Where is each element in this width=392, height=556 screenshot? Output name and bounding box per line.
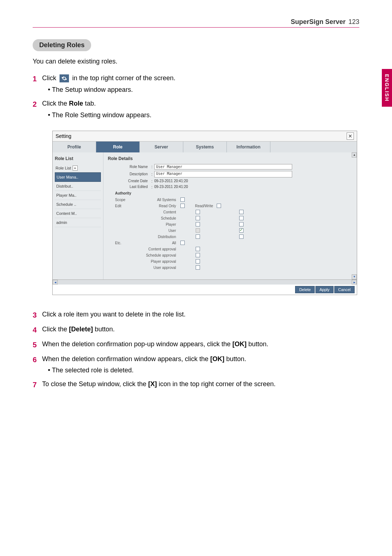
read-write-label: Read/Write [188, 204, 217, 208]
role-list-item[interactable]: Schedule .. [55, 200, 101, 209]
approval-checkbox[interactable] [196, 247, 200, 251]
section-title: Deleting Roles [33, 39, 91, 51]
instruction-sub-item: The selected role is deleted. [48, 365, 359, 376]
read-write-checkbox[interactable] [239, 216, 244, 220]
page-number: 123 [348, 18, 359, 26]
instruction-step: 4Click the [Delete] button. [33, 324, 359, 336]
tab-information[interactable]: Information [227, 142, 270, 152]
language-tab: ENGLISH [382, 69, 392, 107]
setting-tabs: ProfileRoleServerSystemsInformation [53, 142, 357, 152]
etc-row-label: Player approval [137, 259, 180, 263]
read-only-header-checkbox[interactable] [180, 204, 185, 208]
setting-window-title: Setting [56, 133, 72, 139]
step-number: 7 [33, 379, 42, 391]
role-list-pane: Role List Role List + User Mana..Distrib… [53, 152, 103, 279]
tab-profile[interactable]: Profile [53, 142, 96, 152]
instruction-step: 2Click the Role tab.The Role Setting win… [33, 99, 359, 120]
tab-server[interactable]: Server [140, 142, 183, 152]
read-only-checkbox [196, 228, 200, 233]
approval-checkbox[interactable] [196, 253, 200, 257]
edit-label: Edit [115, 204, 137, 208]
read-only-checkbox[interactable] [196, 210, 200, 214]
tab-systems[interactable]: Systems [183, 142, 227, 152]
read-write-checkbox[interactable] [239, 222, 244, 226]
instruction-sub-item: The Setup window appears. [48, 85, 359, 95]
apply-button[interactable]: Apply [315, 286, 334, 293]
all-systems-label: All Systems [137, 198, 180, 202]
instruction-step: 1Click in the top right corner of the sc… [33, 73, 359, 95]
authority-row-label: Distribution [137, 235, 180, 239]
tab-role[interactable]: Role [96, 142, 140, 152]
step-number: 5 [33, 339, 42, 351]
read-only-checkbox[interactable] [196, 234, 200, 239]
role-list-item[interactable]: admin [55, 218, 101, 227]
page-header: SuperSign Server 123 [33, 18, 359, 28]
role-list-item[interactable]: Player Ma.. [55, 191, 101, 200]
step-number: 3 [33, 310, 42, 321]
read-only-label: Read Only [137, 204, 180, 208]
description-input[interactable]: User Manager [154, 171, 292, 177]
instruction-step: 7To close the Setup window, click the [X… [33, 379, 359, 391]
role-list-item[interactable]: User Mana.. [55, 172, 101, 182]
role-list-label: Role List [56, 166, 71, 170]
approval-checkbox[interactable] [196, 259, 200, 263]
all-systems-checkbox[interactable] [180, 197, 185, 202]
read-write-checkbox[interactable] [239, 210, 244, 214]
etc-row-label: Content approval [137, 247, 180, 251]
approval-checkbox[interactable] [196, 265, 200, 270]
authority-row-label: Content [137, 210, 180, 214]
instruction-sub-item: The Role Setting window appears. [48, 110, 359, 120]
read-only-checkbox[interactable] [196, 216, 200, 220]
close-icon[interactable]: ✕ [347, 132, 354, 140]
step-number: 2 [33, 99, 42, 120]
gear-icon [60, 74, 69, 82]
etc-row-label: User approval [137, 266, 180, 270]
intro-text: You can delete existing roles. [33, 58, 359, 65]
scope-label: Scope [115, 198, 137, 202]
instruction-step: 3Click a role item you want to delete in… [33, 310, 359, 321]
create-date-value: 09-23-2011 20:41:20 [154, 179, 188, 183]
step-number: 6 [33, 354, 42, 376]
authority-row-label: Schedule [137, 216, 180, 220]
instruction-step: 6When the deletion confirmation window a… [33, 354, 359, 376]
scroll-down-icon[interactable]: ▾ [352, 274, 357, 279]
cancel-button[interactable]: Cancel [334, 286, 355, 293]
role-details-pane: ▴ ▾ Role Details Role Name : User Manage… [103, 152, 357, 279]
etc-row-label: Schedule approval [137, 253, 180, 257]
instruction-step: 5When the deletion confirmation pop-up w… [33, 339, 359, 351]
scroll-up-icon[interactable]: ▴ [352, 152, 357, 158]
role-name-input[interactable]: User Manager [154, 164, 292, 169]
authority-heading: Authority [115, 191, 352, 195]
last-edited-label: Last Edited [108, 185, 151, 189]
horizontal-scrollbar[interactable]: ◂ ▸ [53, 279, 357, 285]
add-role-icon[interactable]: + [73, 165, 78, 171]
scroll-left-icon[interactable]: ◂ [53, 280, 58, 285]
header-label: SuperSign Server [291, 18, 346, 26]
role-name-label: Role Name [108, 165, 151, 169]
role-list-heading: Role List [55, 156, 101, 164]
setting-window-screenshot: Setting ✕ ProfileRoleServerSystemsInform… [52, 131, 357, 295]
all-label: All [137, 241, 180, 245]
all-checkbox[interactable] [180, 241, 185, 245]
read-only-checkbox[interactable] [196, 222, 200, 226]
step-number: 4 [33, 324, 42, 336]
role-details-heading: Role Details [108, 156, 352, 161]
description-label: Description [108, 172, 151, 176]
last-edited-value: 09-23-2011 20:41:20 [154, 185, 188, 189]
create-date-label: Create Date [108, 179, 151, 183]
scroll-right-icon[interactable]: ▸ [352, 280, 357, 285]
read-write-checkbox[interactable] [239, 234, 244, 239]
role-list-item[interactable]: Distribut.. [55, 182, 101, 191]
read-write-header-checkbox[interactable] [217, 204, 221, 208]
role-list-item[interactable]: Content M.. [55, 209, 101, 218]
authority-row-label: Player [137, 222, 180, 226]
authority-row-label: User [137, 229, 180, 233]
delete-button[interactable]: Delete [295, 286, 315, 293]
etc-label: Etc. [115, 241, 137, 245]
step-number: 1 [33, 73, 42, 95]
read-write-checkbox[interactable] [239, 228, 244, 233]
